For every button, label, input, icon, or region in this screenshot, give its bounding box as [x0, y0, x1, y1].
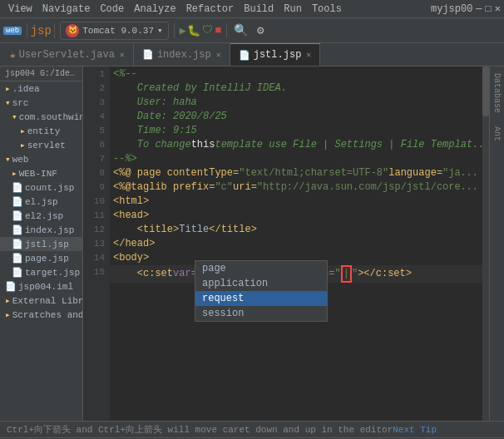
- sidebar-item-jstl[interactable]: 📄 jstl.jsp: [0, 237, 82, 251]
- menu-analyze[interactable]: Analyze: [129, 3, 180, 15]
- tab-jstl[interactable]: 📄 jstl.jsp ✕: [230, 43, 321, 66]
- autocomplete-application[interactable]: application: [195, 276, 327, 291]
- sidebar-item-web[interactable]: ▾ web: [0, 152, 82, 166]
- run-icon[interactable]: ▶: [180, 24, 186, 37]
- run-icons: ▶ 🐛 🛡 ■: [180, 24, 222, 37]
- code-body-open: <body>: [113, 251, 149, 265]
- jstl-file-icon: 📄: [239, 50, 250, 61]
- sidebar-item-scratches[interactable]: ▸ Scratches and Cons...: [0, 308, 82, 322]
- tomcat-arrow-icon: ▾: [157, 25, 163, 36]
- code-area[interactable]: <%-- Created by IntelliJ IDEA. User: hah…: [110, 67, 489, 284]
- sidebar-item-count[interactable]: 📄 count.jsp: [0, 180, 82, 195]
- menu-build[interactable]: Build: [239, 3, 279, 15]
- code-title-text: Title: [179, 223, 209, 237]
- file-iml-icon: 📄: [5, 281, 17, 292]
- right-tab-ant[interactable]: Ant: [491, 120, 503, 148]
- code-truncate-8: ...: [461, 166, 479, 180]
- index-file-label: index.jsp: [25, 225, 74, 235]
- editor-scrollbar[interactable]: [482, 67, 489, 421]
- code-line-5: Time: 9:15: [110, 124, 489, 138]
- line-numbers: 1 2 3 4 5 6 7 8 9 10 11 12 13 14 15: [83, 67, 110, 421]
- menu-navigate[interactable]: Navigate: [37, 3, 96, 15]
- folder-webinf-icon: ▸: [12, 168, 17, 179]
- toolbar: web jsp 🐱 Tomcat 9.0.37 ▾ ▶ 🐛 🛡 ■ 🔍 ⚙: [0, 18, 504, 43]
- tomcat-label: Tomcat 9.0.37: [82, 26, 154, 36]
- tab-jstl-close[interactable]: ✕: [306, 50, 311, 60]
- code-indent-12: [113, 223, 137, 237]
- sidebar-item-servlet[interactable]: ▸ servlet: [0, 138, 82, 152]
- autocomplete-dropdown: page application request session: [195, 260, 328, 322]
- target-file-label: target.jsp: [25, 268, 80, 278]
- right-tab-database[interactable]: Database: [491, 67, 503, 120]
- code-this: this: [191, 138, 215, 152]
- code-scope-value: ": [335, 267, 341, 281]
- settings-icon[interactable]: ⚙: [252, 22, 269, 39]
- file-count-icon: 📄: [12, 182, 23, 193]
- tab-index[interactable]: 📄 index.jsp ✕: [134, 43, 230, 66]
- autocomplete-request[interactable]: request: [195, 291, 327, 306]
- code-head-close: </head>: [113, 237, 155, 251]
- code-line-11: <head>: [110, 209, 489, 223]
- folder-web-icon: ▾: [5, 154, 11, 165]
- debug-icon[interactable]: 🐛: [187, 24, 200, 37]
- minimize-icon[interactable]: ─: [476, 3, 482, 15]
- code-line-2: Created by IntelliJ IDEA.: [110, 81, 489, 96]
- tab-userservlet-close[interactable]: ✕: [120, 50, 125, 60]
- code-line-6: To change this template use File | Setti…: [110, 138, 489, 152]
- el2-file-label: el2.jsp: [25, 211, 63, 221]
- sidebar-item-com[interactable]: ▾ com.southwin: [0, 110, 82, 124]
- folder-scratch-icon: ▸: [5, 309, 11, 320]
- menu-refactor[interactable]: Refactor: [181, 3, 240, 15]
- jstl-file-label: jstl.jsp: [25, 239, 69, 249]
- menu-tools[interactable]: Tools: [307, 3, 347, 15]
- code-comment-time: Time: 9:15: [113, 124, 197, 138]
- sidebar-item-index[interactable]: 📄 index.jsp: [0, 223, 82, 237]
- file-jstl-icon: 📄: [12, 239, 23, 249]
- jsp-file-icon[interactable]: jsp: [32, 22, 49, 39]
- src-folder-label: src: [12, 98, 29, 108]
- code-cset-close: ></c:set>: [358, 267, 412, 281]
- code-scope-close-quote: ": [352, 267, 358, 281]
- code-content-type: "text/html;charset=UTF-8": [239, 166, 388, 180]
- sidebar-item-idea[interactable]: ▸ .idea: [0, 81, 82, 96]
- close-icon[interactable]: ✕: [495, 2, 501, 15]
- menu-view[interactable]: View: [3, 3, 37, 15]
- scope-cursor: |: [343, 268, 349, 279]
- sidebar-item-page[interactable]: 📄 page.jsp: [0, 251, 82, 265]
- file-el-icon: 📄: [12, 196, 23, 207]
- code-line-8: <%@ page contentType="text/html;charset=…: [110, 166, 489, 180]
- code-lang-value: "ja: [442, 166, 461, 180]
- sidebar-item-target[interactable]: 📄 target.jsp: [0, 265, 82, 279]
- tab-userservlet[interactable]: ☕ UserServlet.java ✕: [2, 43, 134, 66]
- ext-folder-label: External Libraries: [12, 296, 82, 306]
- code-var-attr: var=: [173, 267, 197, 281]
- menu-bar: View Navigate Code Analyze Refactor Buil…: [0, 0, 504, 18]
- code-line-12: <title>Title</title>: [110, 223, 489, 237]
- scope-highlight-box: |: [341, 265, 352, 283]
- autocomplete-page[interactable]: page: [195, 261, 327, 276]
- sidebar-item-webinf[interactable]: ▸ WEB-INF: [0, 166, 82, 180]
- tomcat-dropdown[interactable]: 🐱 Tomcat 9.0.37 ▾: [60, 22, 168, 40]
- sidebar-item-src[interactable]: ▾ src: [0, 96, 82, 110]
- search-everywhere-icon[interactable]: 🔍: [232, 22, 249, 39]
- webinf-folder-label: WEB-INF: [19, 169, 57, 179]
- autocomplete-session[interactable]: session: [195, 306, 327, 321]
- code-line-4: Date: 2020/8/25: [110, 110, 489, 124]
- menu-code[interactable]: Code: [95, 3, 129, 15]
- stop-icon[interactable]: ■: [215, 24, 221, 37]
- menu-run[interactable]: Run: [279, 3, 307, 15]
- scroll-thumb[interactable]: [482, 67, 489, 116]
- coverage-icon[interactable]: 🛡: [202, 24, 213, 37]
- sidebar-item-external[interactable]: ▸ External Libraries: [0, 293, 82, 308]
- sidebar-item-entity[interactable]: ▸ entity: [0, 124, 82, 138]
- folder-com-icon: ▾: [12, 111, 17, 122]
- sidebar-item-el[interactable]: 📄 el.jsp: [0, 195, 82, 209]
- code-line-3: User: haha: [110, 96, 489, 110]
- tab-index-close[interactable]: ✕: [216, 50, 221, 60]
- sidebar-item-el2[interactable]: 📄 el2.jsp: [0, 209, 82, 223]
- sidebar-item-iml[interactable]: 📄 jsp004.iml: [0, 279, 82, 293]
- next-tip-link[interactable]: Next Tip: [393, 425, 437, 435]
- maximize-icon[interactable]: □: [486, 3, 492, 15]
- web-folder-label: web: [12, 155, 29, 165]
- editor-container[interactable]: 1 2 3 4 5 6 7 8 9 10 11 12 13 14 15 <%--…: [83, 67, 489, 421]
